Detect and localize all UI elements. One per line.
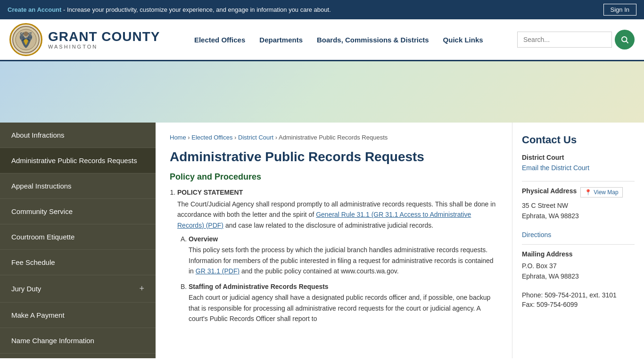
email-court-link[interactable]: Email the District Court (522, 164, 589, 172)
sidebar-item-label: Jury Duty (11, 285, 41, 293)
create-account-link[interactable]: Create an Account (8, 6, 61, 13)
sidebar-item-label: Fee Schedule (11, 258, 55, 266)
map-pin-icon: 📍 (585, 189, 592, 196)
divider (522, 181, 635, 181)
physical-address-section: Physical Address 📍 View Map 35 C Street … (522, 187, 635, 222)
search-button[interactable] (615, 30, 635, 49)
gr31-pdf-link[interactable]: GR 31.1 (PDF) (196, 267, 239, 275)
expand-icon: + (139, 284, 144, 294)
physical-address-line1: 35 C Street NW (522, 200, 635, 211)
nav-quick-links[interactable]: Quick Links (443, 34, 483, 46)
physical-address-label: Physical Address (522, 187, 577, 195)
sidebar-item-fee-schedule[interactable]: Fee Schedule (0, 250, 156, 275)
overview-label: Overview (189, 235, 498, 243)
staffing-label: Staffing of Administrative Records Reque… (189, 283, 498, 290)
mailing-address-section: Mailing Address P.O. Box 37 Ephrata, WA … (522, 250, 635, 282)
view-map-button[interactable]: 📍 View Map (580, 187, 622, 197)
breadcrumb-district-court[interactable]: District Court (238, 134, 273, 141)
sub-list: Overview This policy sets forth the proc… (189, 235, 498, 324)
policy-statement-text: The Court/Judicial Agency shall respond … (177, 199, 498, 230)
breadcrumb-sep: › (234, 134, 238, 141)
sub-item-overview: Overview This policy sets forth the proc… (189, 235, 498, 276)
physical-address-line2: Ephrata, WA 98823 (522, 211, 635, 221)
sub-item-staffing: Staffing of Administrative Records Reque… (189, 283, 498, 324)
site-title: GRANT COUNTY (48, 30, 160, 44)
divider2 (522, 244, 635, 245)
breadcrumb-home[interactable]: Home (170, 134, 186, 141)
sidebar-item-name-change[interactable]: Name Change Information (0, 328, 156, 354)
sidebar-item-appeal-instructions[interactable]: Appeal Instructions (0, 173, 156, 199)
sidebar-item-label: Name Change Information (11, 337, 94, 345)
sign-in-button[interactable]: Sign In (603, 4, 636, 16)
mailing-address-line2: Ephrata, WA 98823 (522, 271, 635, 281)
sidebar-item-label: About Infractions (11, 131, 65, 139)
sidebar-item-community-service[interactable]: Community Service (0, 199, 156, 224)
sidebar-item-courtroom-etiquette[interactable]: Courtroom Etiquette (0, 224, 156, 250)
policy-list: POLICY STATEMENT The Court/Judicial Agen… (177, 189, 498, 324)
main-nav: Elected Offices Departments Boards, Comm… (170, 34, 508, 46)
banner-description: - Increase your productivity, customize … (63, 6, 331, 13)
staffing-text: Each court or judicial agency shall have… (189, 292, 498, 324)
mailing-address-label: Mailing Address (522, 250, 635, 258)
sidebar-item-label: Make A Payment (11, 311, 65, 319)
search-area (517, 30, 635, 49)
logo-icon: GRANT COUNTY (9, 23, 42, 56)
hero-area (0, 61, 644, 123)
nav-elected-offices[interactable]: Elected Offices (194, 34, 245, 46)
breadcrumb-sep: › (275, 134, 279, 141)
overview-text: This policy sets forth the process by wh… (189, 245, 498, 276)
nav-boards[interactable]: Boards, Commissions & Districts (317, 34, 429, 46)
svg-line-8 (626, 41, 628, 43)
breadcrumb: Home › Elected Offices › District Court … (170, 134, 498, 141)
content-area: Home › Elected Offices › District Court … (156, 123, 512, 358)
site-header: GRANT COUNTY GRANT COUNTY WASHINGTON Ele… (0, 19, 644, 61)
page-title: Administrative Public Records Requests (170, 149, 498, 165)
sidebar: About Infractions Administrative Public … (0, 123, 156, 358)
directions-link[interactable]: Directions (522, 231, 551, 239)
section-heading: Policy and Procedures (170, 172, 498, 182)
svg-point-4 (24, 32, 28, 36)
main-layout: About Infractions Administrative Public … (0, 123, 644, 358)
contact-title: Contact Us (522, 134, 635, 146)
svg-point-7 (622, 37, 627, 42)
sidebar-item-label: Administrative Public Records Requests (11, 156, 137, 165)
policy-statement-label: POLICY STATEMENT (177, 189, 498, 196)
sidebar-item-jury-duty[interactable]: Jury Duty + (0, 275, 156, 303)
logo-text: GRANT COUNTY WASHINGTON (48, 30, 160, 50)
fax-number: Fax: 509-754-6099 (522, 301, 635, 308)
breadcrumb-elected-offices[interactable]: Elected Offices (191, 134, 232, 141)
mailing-address-line1: P.O. Box 37 (522, 261, 635, 271)
breadcrumb-current: Administrative Public Records Requests (279, 134, 388, 141)
physical-address-row: Physical Address 📍 View Map (522, 187, 635, 197)
court-contact-section: District Court Email the District Court (522, 154, 635, 172)
logo-area: GRANT COUNTY GRANT COUNTY WASHINGTON (9, 23, 160, 56)
nav-departments[interactable]: Departments (259, 34, 303, 46)
search-input[interactable] (517, 32, 612, 48)
sidebar-item-label: Community Service (11, 207, 73, 215)
site-subtitle: WASHINGTON (48, 44, 160, 49)
right-panel: Contact Us District Court Email the Dist… (512, 123, 644, 358)
sidebar-item-about-infractions[interactable]: About Infractions (0, 123, 156, 148)
sidebar-item-label: Appeal Instructions (11, 182, 72, 190)
top-banner: Create an Account - Increase your produc… (0, 0, 644, 19)
view-map-label: View Map (594, 189, 618, 196)
banner-text: Create an Account - Increase your produc… (8, 6, 603, 13)
sidebar-item-label: Courtroom Etiquette (11, 233, 74, 241)
sidebar-item-make-payment[interactable]: Make A Payment (0, 303, 156, 328)
court-name: District Court (522, 154, 635, 161)
policy-item-statement: POLICY STATEMENT The Court/Judicial Agen… (177, 189, 498, 324)
phone-number: Phone: 509-754-2011, ext. 3101 (522, 291, 635, 299)
sidebar-item-admin-records[interactable]: Administrative Public Records Requests (0, 148, 156, 173)
